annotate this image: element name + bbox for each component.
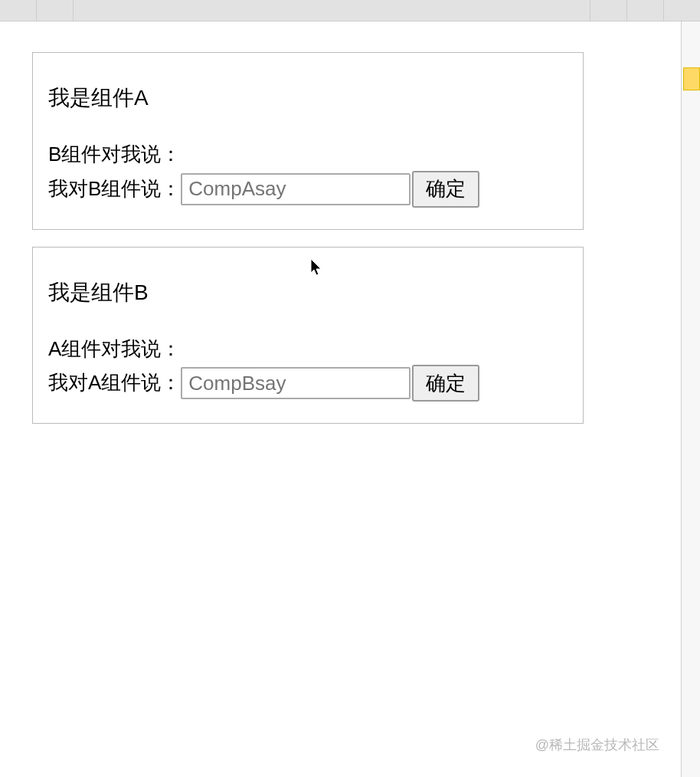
warning-indicator-icon[interactable]: [683, 67, 700, 90]
component-b-send-label: 我对A组件说：: [48, 367, 181, 399]
component-a-received-line: B组件对我说：: [48, 139, 568, 171]
toolbar-button[interactable]: [663, 0, 700, 21]
toolbar-address-area[interactable]: [74, 0, 590, 21]
browser-toolbar: [0, 0, 700, 21]
component-a-title: 我是组件A: [48, 84, 568, 113]
component-a-box: 我是组件A B组件对我说： 我对B组件说： 确定: [32, 52, 584, 230]
component-b-box: 我是组件B A组件对我说： 我对A组件说： 确定: [32, 247, 584, 425]
right-sidebar: [682, 21, 700, 777]
watermark-text: @稀土掘金技术社区: [535, 736, 659, 754]
component-b-send-line: 我对A组件说： 确定: [48, 365, 568, 402]
component-b-input[interactable]: [181, 367, 411, 399]
component-a-input[interactable]: [181, 173, 411, 205]
component-b-received-label: A组件对我说：: [48, 333, 181, 366]
component-a-send-label: 我对B组件说：: [48, 173, 181, 205]
component-b-confirm-button[interactable]: 确定: [412, 365, 479, 402]
component-a-received-label: B组件对我说：: [48, 139, 181, 171]
component-a-send-line: 我对B组件说： 确定: [48, 171, 568, 208]
toolbar-button[interactable]: [0, 0, 37, 21]
component-a-confirm-button[interactable]: 确定: [412, 171, 479, 208]
page-content: 我是组件A B组件对我说： 我对B组件说： 确定 我是组件B A组件对我说： 我…: [0, 21, 681, 456]
toolbar-button[interactable]: [590, 0, 626, 21]
component-b-received-line: A组件对我说：: [48, 333, 568, 366]
component-b-title: 我是组件B: [48, 278, 568, 307]
toolbar-button[interactable]: [37, 0, 74, 21]
main-content-area: 我是组件A B组件对我说： 我对B组件说： 确定 我是组件B A组件对我说： 我…: [0, 21, 682, 777]
toolbar-button[interactable]: [626, 0, 663, 21]
